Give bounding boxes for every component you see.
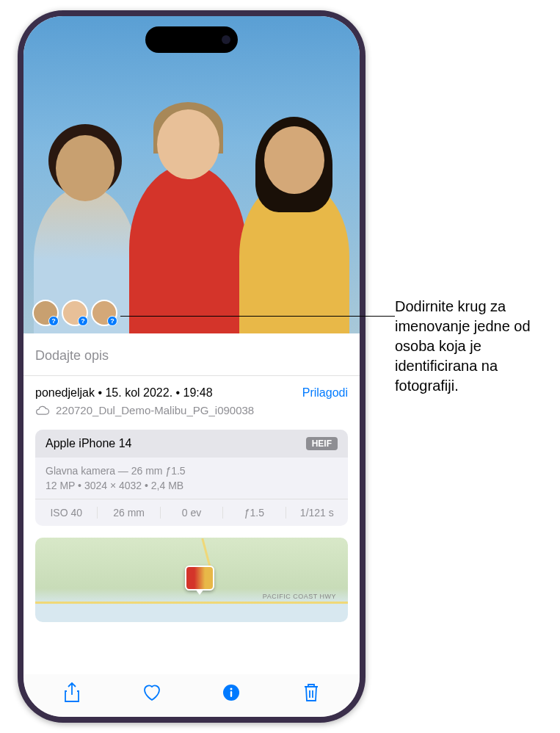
detected-faces-row: ? ? ? <box>32 300 117 326</box>
adjust-button[interactable]: Prilagodi <box>302 386 348 400</box>
location-map[interactable]: PACIFIC COAST HWY <box>35 538 348 622</box>
person-2 <box>129 165 247 333</box>
map-photo-pin[interactable] <box>185 566 214 591</box>
date-row: ponedjeljak • 15. kol 2022. • 19:48 Pril… <box>35 386 348 400</box>
specs-info: 12 MP • 3024 × 4032 • 2,4 MB <box>46 480 338 491</box>
format-badge: HEIF <box>306 437 338 450</box>
iso-cell: ISO 40 <box>35 507 98 519</box>
map-road-label: PACIFIC COAST HWY <box>263 593 336 600</box>
date-text: ponedjeljak • 15. kol 2022. • 19:48 <box>35 386 213 400</box>
shutter-cell: 1/121 s <box>286 507 348 519</box>
face-circle-3[interactable]: ? <box>91 300 117 326</box>
phone-frame: ? ? ? Dodajte opis ponedjeljak • 15. kol… <box>18 10 366 723</box>
photo-preview[interactable]: ? ? ? <box>23 16 360 333</box>
face-circle-1[interactable]: ? <box>32 300 59 326</box>
map-road <box>35 602 348 604</box>
favorite-button[interactable] <box>136 676 168 709</box>
info-button[interactable] <box>215 676 247 709</box>
filename-text: 220720_Dul_Demo-Malibu_PG_i090038 <box>56 404 254 416</box>
divider <box>23 375 360 376</box>
front-camera <box>222 35 230 44</box>
dynamic-island <box>145 26 238 53</box>
unknown-face-badge-icon: ? <box>48 316 59 326</box>
unknown-face-badge-icon: ? <box>107 316 117 326</box>
metadata-header: Apple iPhone 14 HEIF <box>35 430 348 458</box>
device-name: Apple iPhone 14 <box>46 437 131 450</box>
person-3 <box>239 179 349 333</box>
bottom-toolbar <box>23 674 360 717</box>
metadata-footer: ISO 40 26 mm 0 ev ƒ1.5 1/121 s <box>35 499 348 526</box>
photo-people <box>23 84 360 333</box>
heart-icon <box>142 684 161 701</box>
trash-icon <box>303 683 319 702</box>
share-button[interactable] <box>56 676 88 709</box>
delete-button[interactable] <box>295 676 327 709</box>
info-panel: Dodajte opis ponedjeljak • 15. kol 2022.… <box>23 333 360 632</box>
phone-screen: ? ? ? Dodajte opis ponedjeljak • 15. kol… <box>23 16 360 717</box>
metadata-card: Apple iPhone 14 HEIF Glavna kamera — 26 … <box>35 430 348 526</box>
face-circle-2[interactable]: ? <box>62 300 88 326</box>
ev-cell: 0 ev <box>161 507 223 519</box>
svg-rect-2 <box>230 691 232 697</box>
callout-text: Dodirnite krug za imenovanje jedne od os… <box>395 297 549 396</box>
focal-cell: 26 mm <box>98 507 160 519</box>
aperture-cell: ƒ1.5 <box>223 507 286 519</box>
cloud-icon <box>35 405 50 416</box>
filename-row: 220720_Dul_Demo-Malibu_PG_i090038 <box>35 404 348 416</box>
svg-point-1 <box>230 688 233 690</box>
unknown-face-badge-icon: ? <box>78 316 88 326</box>
caption-input[interactable]: Dodajte opis <box>35 344 348 375</box>
info-icon <box>222 684 240 701</box>
metadata-body: Glavna kamera — 26 mm ƒ1.5 12 MP • 3024 … <box>35 458 348 499</box>
share-icon <box>64 682 80 703</box>
callout-leader-line <box>120 316 395 317</box>
lens-info: Glavna kamera — 26 mm ƒ1.5 <box>46 465 338 477</box>
